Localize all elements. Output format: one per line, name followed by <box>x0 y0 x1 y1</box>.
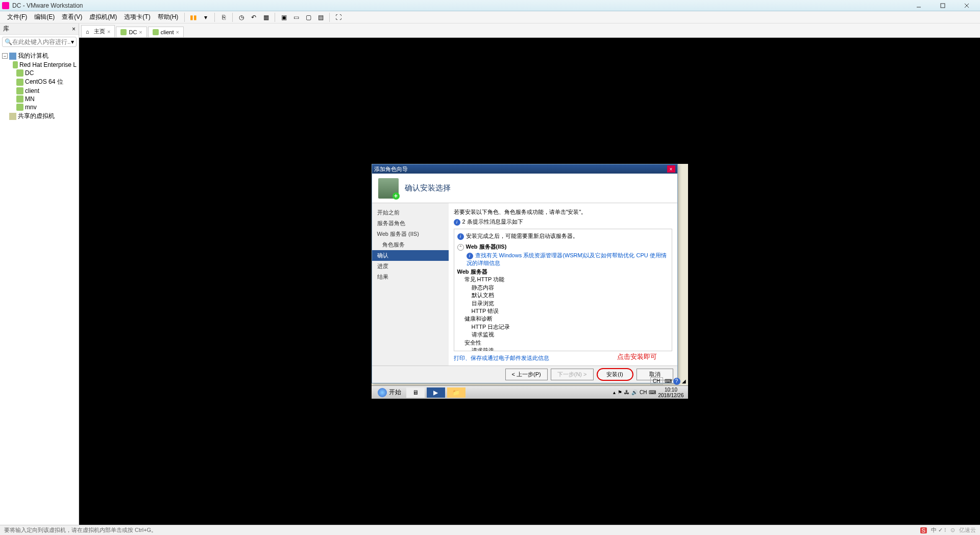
tree-label: client <box>25 87 39 94</box>
feature-item: 目录浏览 <box>457 300 669 307</box>
wizard-titlebar[interactable]: 添加角色向导 × <box>372 164 677 174</box>
pause-icon[interactable]: ▮▮ <box>188 12 199 23</box>
vm-icon <box>16 69 23 77</box>
feature-item: 默认文档 <box>457 291 669 299</box>
lang-badge[interactable]: CH <box>650 377 663 385</box>
window-title: DC - VMware Workstation <box>12 2 907 9</box>
menu-edit[interactable]: 编辑(E) <box>31 12 58 22</box>
info-icon: i <box>454 219 460 226</box>
vm-icon <box>16 95 23 103</box>
wizard-title-text: 添加角色向导 <box>374 165 408 173</box>
clock-icon[interactable]: ◷ <box>236 12 247 23</box>
tray-flag-icon[interactable]: ⚑ <box>618 390 622 395</box>
print-save-link[interactable]: 打印、保存或通过电子邮件发送此信息 <box>454 355 549 361</box>
vm-icon <box>120 29 127 35</box>
vm-icon <box>13 61 18 68</box>
wizard-header-title: 确认安装选择 <box>405 183 451 193</box>
wizard-nav-iis[interactable]: Web 服务器 (IIS) <box>372 229 449 239</box>
tree-label: mnv <box>25 104 37 111</box>
annotation-text: 点击安装即可 <box>617 352 657 361</box>
wizard-nav-before[interactable]: 开始之前 <box>372 207 449 218</box>
ime-mode[interactable]: 中 ✓ ⁝ <box>931 526 946 534</box>
keyboard-icon[interactable]: ⌨ <box>649 390 656 395</box>
minimize-button[interactable] <box>907 1 930 10</box>
tree-item-dc[interactable]: DC <box>2 69 77 77</box>
search-box[interactable]: 🔍 ▾ <box>2 37 77 47</box>
tree-item-centos[interactable]: CentOS 64 位 <box>2 77 77 87</box>
ime-icon[interactable]: S <box>920 527 927 533</box>
start-label: 开始 <box>389 388 401 397</box>
menu-file[interactable]: 文件(F) <box>4 12 30 22</box>
fit-icon[interactable]: ▣ <box>278 12 289 23</box>
wizard-nav-confirm[interactable]: 确认 <box>372 250 449 261</box>
maximize-button[interactable] <box>931 1 954 10</box>
wizard-nav-roleservices[interactable]: 角色服务 <box>372 239 449 250</box>
start-button[interactable]: 开始 <box>374 387 405 398</box>
tree-label: 共享的虚拟机 <box>18 112 55 120</box>
wizard-nav-progress[interactable]: 进度 <box>372 261 449 272</box>
tab-label: DC <box>129 29 137 35</box>
vm-display[interactable]: 添加角色向导 × 确认安装选择 开始之前 服务器角色 Web 服务器 (IIS)… <box>79 38 980 525</box>
collapse-icon[interactable]: − <box>2 53 8 59</box>
wsrm-link[interactable]: 查找有关 Windows 系统资源管理器(WSRM)以及它如何帮助优化 CPU … <box>467 252 667 266</box>
tab-close-icon[interactable]: × <box>176 29 179 35</box>
install-button[interactable]: 安装(I) <box>597 368 633 381</box>
task-powershell[interactable]: ▶ <box>427 387 445 398</box>
status-hint: 要将输入定向到该虚拟机，请在虚拟机内部单击或按 Ctrl+G。 <box>4 526 157 534</box>
tab-close-icon[interactable]: × <box>139 29 142 35</box>
tray-time: 10:10 <box>658 387 683 393</box>
resize-grip-icon[interactable]: ◢ <box>682 378 686 384</box>
search-input[interactable] <box>12 38 71 45</box>
tab-home[interactable]: ⌂主页× <box>81 25 115 37</box>
tab-client[interactable]: client× <box>148 27 184 37</box>
snapshot-icon[interactable]: ⎘ <box>218 12 229 23</box>
add-roles-wizard: 添加角色向导 × 确认安装选择 开始之前 服务器角色 Web 服务器 (IIS)… <box>372 164 678 383</box>
wizard-instruction: 若要安装以下角色、角色服务或功能，请单击"安装"。 <box>454 208 672 216</box>
wizard-header: 确认安装选择 <box>372 174 677 203</box>
tray-network-icon[interactable]: 🖧 <box>624 390 629 395</box>
wizard-nav-roles[interactable]: 服务器角色 <box>372 218 449 229</box>
tray-expand-icon[interactable]: ▴ <box>613 390 616 395</box>
tray-sound-icon[interactable]: 🔊 <box>631 390 638 395</box>
lang-indicator[interactable]: CH <box>640 390 647 395</box>
window-titlebar: DC - VMware Workstation <box>0 0 980 11</box>
wizard-footer: < 上一步(P) 下一步(N) > 安装(I) 取消 <box>372 366 677 383</box>
menu-vm[interactable]: 虚拟机(M) <box>86 12 120 22</box>
tab-close-icon[interactable]: × <box>107 29 110 35</box>
sidebar-close-icon[interactable]: × <box>72 26 76 33</box>
task-explorer[interactable]: 📁 <box>447 387 465 398</box>
vm-tabs: ⌂主页× DC× client× <box>79 23 980 38</box>
thumbnail-icon[interactable]: ▤ <box>315 12 326 23</box>
tab-dc[interactable]: DC× <box>116 27 146 37</box>
menu-tabs[interactable]: 选项卡(T) <box>121 12 153 22</box>
feature-item: 请求监视 <box>457 331 669 338</box>
role-header: Web 服务器(IIS) <box>466 244 507 250</box>
tree-root-computer[interactable]: − 我的计算机 <box>2 51 77 61</box>
tree-item-redhat[interactable]: Red Hat Enterprise L <box>2 61 77 69</box>
console-icon[interactable]: ▢ <box>303 12 314 23</box>
tree-item-mnv[interactable]: mnv <box>2 103 77 111</box>
brand-logo: ⊙ <box>950 527 955 533</box>
wizard-close-icon[interactable]: × <box>667 165 675 173</box>
menu-view[interactable]: 查看(V) <box>59 12 85 22</box>
fullscreen-icon[interactable]: ⛶ <box>333 12 344 23</box>
collapse-icon[interactable]: ⌃ <box>457 244 464 251</box>
search-dropdown-icon[interactable]: ▾ <box>71 38 74 45</box>
start-orb-icon <box>378 388 387 397</box>
close-button[interactable] <box>955 1 978 10</box>
tree-item-mn[interactable]: MN <box>2 95 77 103</box>
task-server-manager[interactable]: 🖥 <box>406 387 425 398</box>
next-button[interactable]: 下一步(N) > <box>551 369 594 380</box>
prev-button[interactable]: < 上一步(P) <box>505 369 548 380</box>
tree-shared-vms[interactable]: 共享的虚拟机 <box>2 111 77 121</box>
wizard-nav-results[interactable]: 结果 <box>372 272 449 282</box>
unity-icon[interactable]: ▭ <box>290 12 302 23</box>
help-icon[interactable]: ? <box>673 378 680 385</box>
toolbar-dropdown-icon[interactable]: ▾ <box>200 12 211 23</box>
tray-clock[interactable]: 10:10 2018/12/26 <box>658 387 685 398</box>
tree-item-client[interactable]: client <box>2 87 77 95</box>
menu-help[interactable]: 帮助(H) <box>155 12 182 22</box>
revert-icon[interactable]: ↶ <box>248 12 259 23</box>
manage-icon[interactable]: ▦ <box>260 12 272 23</box>
keyboard-icon[interactable]: ⌨ <box>665 378 672 384</box>
